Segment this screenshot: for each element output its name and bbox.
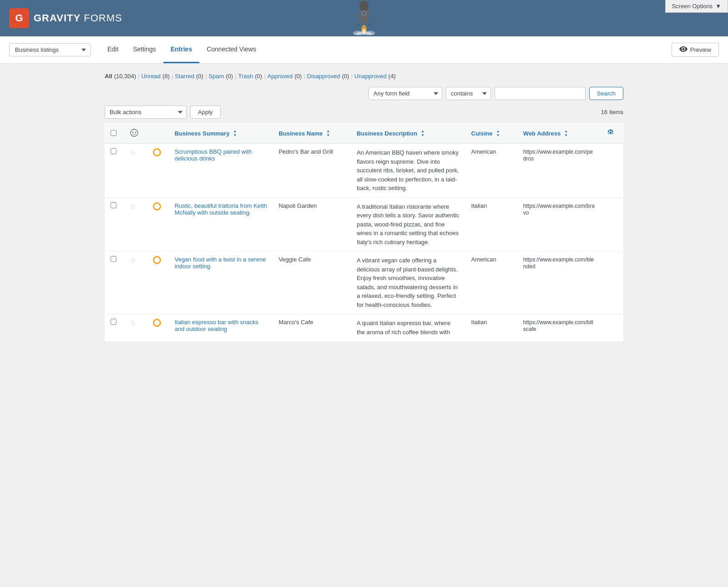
td-desc-1: An American BBQ haven where smoky flavor… <box>351 144 466 198</box>
bulk-actions-select[interactable]: Bulk actions Delete Mark as read Mark as… <box>105 105 187 119</box>
td-desc-3: A vibrant vegan cafe offering a deliciou… <box>351 251 466 314</box>
td-checkbox-3 <box>105 251 125 314</box>
td-cuisine-3: American <box>466 251 518 314</box>
action-bar: Bulk actions Delete Mark as read Mark as… <box>105 105 623 119</box>
td-settings-4 <box>601 314 623 341</box>
filter-unapproved[interactable]: Unapproved <box>354 73 387 80</box>
gear-icon[interactable] <box>607 130 615 138</box>
robot-icon <box>130 128 139 137</box>
logo-icon: G <box>9 8 29 28</box>
entries-table: Business Summary ▲▼ Business Name ▲▼ Bus… <box>105 123 623 341</box>
preview-label: Preview <box>690 46 711 53</box>
th-business-summary[interactable]: Business Summary ▲▼ <box>169 124 273 144</box>
th-business-name-link[interactable]: Business Name ▲▼ <box>278 130 346 137</box>
filter-trash[interactable]: Trash <box>238 73 253 80</box>
filter-approved[interactable]: Approved <box>268 73 293 80</box>
status-circle-4 <box>153 319 161 327</box>
entry-link-3[interactable]: Vegan food with a twist in a serene indo… <box>175 256 266 270</box>
th-business-summary-link[interactable]: Business Summary ▲▼ <box>175 130 268 137</box>
th-checkbox <box>105 124 125 144</box>
preview-button[interactable]: Preview <box>672 43 719 57</box>
search-button[interactable]: Search <box>589 87 623 100</box>
svg-point-2 <box>362 11 366 15</box>
logo-area: G GRAVITY FORMS <box>9 8 122 28</box>
entry-link-4[interactable]: Italian espresso bar with snacks and out… <box>175 319 258 332</box>
select-all-checkbox[interactable] <box>111 130 116 136</box>
svg-point-8 <box>353 31 362 35</box>
td-web-1: https://www.example.com/pedros <box>518 144 601 198</box>
th-business-description-link[interactable]: Business Description ▲▼ <box>357 130 460 137</box>
filter-all[interactable]: All <box>105 73 112 80</box>
filter-starred[interactable]: Starred <box>175 73 194 80</box>
svg-marker-3 <box>357 22 359 28</box>
svg-rect-13 <box>134 129 135 130</box>
star-icon-1[interactable]: ☆ <box>130 149 136 156</box>
screen-options-arrow: ▼ <box>715 3 721 10</box>
entry-link-1[interactable]: Scrumptious BBQ paired with delicious dr… <box>175 148 252 162</box>
filter-unread[interactable]: Unread <box>141 73 161 80</box>
entry-link-2[interactable]: Rustic, beautiful trattoria from Keith M… <box>175 202 267 216</box>
bulk-area: Bulk actions Delete Mark as read Mark as… <box>105 105 221 119</box>
td-cuisine-4: Italian <box>466 314 518 341</box>
form-selector-wrap: Business listings <box>9 43 91 56</box>
th-business-name[interactable]: Business Name ▲▼ <box>273 124 351 144</box>
sort-icon-name: ▲▼ <box>326 130 330 137</box>
td-summary-2: Rustic, beautiful trattoria from Keith M… <box>169 197 273 251</box>
nav-bar: Business listings Edit Settings Entries … <box>0 36 728 64</box>
th-star <box>124 124 147 144</box>
star-icon-4[interactable]: ☆ <box>130 319 136 327</box>
td-summary-1: Scrumptious BBQ paired with delicious dr… <box>169 144 273 198</box>
table-row: ☆ Vegan food with a twist in a serene in… <box>105 251 623 314</box>
tab-edit[interactable]: Edit <box>100 36 126 63</box>
item-count: 16 items <box>601 109 623 115</box>
table-header-row: Business Summary ▲▼ Business Name ▲▼ Bus… <box>105 124 623 144</box>
tab-entries[interactable]: Entries <box>163 36 199 63</box>
screen-options-button[interactable]: Screen Options ▼ <box>665 0 728 13</box>
filter-spam[interactable]: Spam <box>208 73 224 80</box>
td-star-2: ☆ <box>124 197 147 251</box>
sort-icon-web: ▲▼ <box>564 130 568 137</box>
condition-select[interactable]: contains is is not starts with ends with <box>446 87 491 100</box>
tab-connected-views[interactable]: Connected Views <box>199 36 263 63</box>
apply-button[interactable]: Apply <box>190 105 221 119</box>
status-circle-1 <box>153 148 161 156</box>
td-settings-3 <box>601 251 623 314</box>
th-cuisine[interactable]: Cuisine ▲▼ <box>466 124 518 144</box>
row-checkbox-3[interactable] <box>111 256 116 262</box>
form-selector[interactable]: Business listings <box>9 43 91 56</box>
filter-disapproved[interactable]: Disapproved <box>307 73 340 80</box>
row-checkbox-2[interactable] <box>111 202 116 208</box>
rocket-graphic <box>350 0 378 36</box>
td-star-3: ☆ <box>124 251 147 314</box>
screen-options-label: Screen Options <box>672 3 713 10</box>
svg-point-1 <box>359 0 369 11</box>
nav-tabs: Edit Settings Entries Connected Views <box>100 36 263 63</box>
td-settings-2 <box>601 197 623 251</box>
eye-icon <box>679 46 688 53</box>
th-web-address-link[interactable]: Web Address ▲▼ <box>523 130 596 137</box>
th-cuisine-link[interactable]: Cuisine ▲▼ <box>471 130 512 137</box>
td-checkbox-4 <box>105 314 125 341</box>
td-status-4 <box>147 314 169 341</box>
th-business-description[interactable]: Business Description ▲▼ <box>351 124 466 144</box>
star-icon-2[interactable]: ☆ <box>130 203 136 211</box>
search-input[interactable] <box>495 87 586 100</box>
td-checkbox-2 <box>105 197 125 251</box>
form-field-select[interactable]: Any form field Business Summary Business… <box>369 87 442 100</box>
th-gear[interactable] <box>601 124 623 144</box>
svg-point-9 <box>366 31 375 35</box>
star-icon-3[interactable]: ☆ <box>130 256 136 264</box>
row-checkbox-1[interactable] <box>111 148 116 154</box>
status-circle-2 <box>153 202 161 211</box>
td-status-1 <box>147 144 169 198</box>
row-checkbox-4[interactable] <box>111 319 116 325</box>
td-desc-4: A quaint Italian espresso bar, where the… <box>351 314 466 341</box>
td-cuisine-1: American <box>466 144 518 198</box>
td-name-1: Pedro's Bar and Grill <box>273 144 351 198</box>
td-status-3 <box>147 251 169 314</box>
th-web-address[interactable]: Web Address ▲▼ <box>518 124 601 144</box>
td-web-2: https://www.example.com/bravo <box>518 197 601 251</box>
tab-settings[interactable]: Settings <box>126 36 163 63</box>
table-row: ☆ Scrumptious BBQ paired with delicious … <box>105 144 623 198</box>
table-row: ☆ Italian espresso bar with snacks and o… <box>105 314 623 341</box>
